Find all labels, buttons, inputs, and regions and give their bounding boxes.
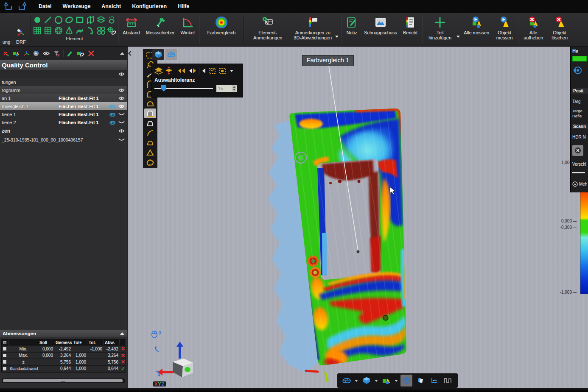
tracker-icon[interactable]: [572, 65, 582, 75]
menu-konfigurieren[interactable]: Konfigurieren: [126, 3, 172, 9]
link-features-icon[interactable]: [76, 50, 84, 57]
tree-row-selected[interactable]: rbvergleich 1 Flächen Best-Fit 1: [0, 102, 127, 110]
dimensions-hscrollbar[interactable]: [2, 378, 125, 383]
anmerkungen-3d-button[interactable]: Anmerkungen zu 3D-Abweichungen: [290, 13, 335, 46]
3d-viewport[interactable]: Auswahltoleranz 15 Farbvergleich 1 1,000…: [128, 47, 588, 392]
more-label[interactable]: Meh: [579, 182, 587, 186]
tree-row[interactable]: [0, 70, 127, 78]
shutter-button[interactable]: [572, 145, 583, 156]
teil-hinzufuegen-button[interactable]: Teil hinzufügen: [423, 13, 456, 46]
tab-mesh-view[interactable]: [165, 49, 177, 60]
visibility-eye-toolbar-icon[interactable]: [42, 50, 50, 56]
menu-werkzeuge[interactable]: Werkzeuge: [57, 3, 96, 9]
alignment-axes-icon[interactable]: [23, 50, 30, 57]
grow-selection-icon[interactable]: [208, 67, 216, 75]
wireframe-box-button[interactable]: [400, 375, 412, 386]
scanner-section[interactable]: Scann: [572, 124, 588, 129]
tree-row[interactable]: rogramm: [0, 86, 127, 94]
schnappschuss-button[interactable]: Schnappschuss: [361, 13, 400, 46]
element-line-icon[interactable]: [44, 16, 52, 24]
rotate-down-icon[interactable]: [155, 370, 161, 377]
shrink-selection-icon[interactable]: [218, 67, 227, 75]
nav-first-icon[interactable]: [177, 67, 186, 74]
menu-datei[interactable]: Datei: [33, 3, 57, 9]
histogram-button[interactable]: [443, 375, 454, 386]
element-anmerkungen-button[interactable]: Element-Anmerkungen: [245, 13, 290, 46]
objekt-messen-button[interactable]: Objekt messen: [492, 13, 517, 46]
undo-icon[interactable]: [3, 1, 14, 11]
shutter-slider[interactable]: [572, 172, 585, 173]
element-cone-icon[interactable]: [65, 26, 73, 35]
element-sphere-icon[interactable]: [54, 26, 63, 35]
tree-collapse-caret[interactable]: [120, 52, 124, 55]
colormap-disc-icon[interactable]: [33, 50, 39, 57]
element-plane-icon[interactable]: [86, 16, 95, 24]
annotation-label[interactable]: Farbvergleich 1: [302, 55, 354, 66]
dimension-row-min[interactable]: Min. 0,000 -2,492 -1,000 -2,492 ✕: [2, 346, 126, 353]
bericht-button[interactable]: Bericht: [400, 13, 420, 46]
section-display-button[interactable]: [429, 375, 440, 386]
element-layers-icon[interactable]: [96, 16, 106, 24]
dimensions-header[interactable]: Abmessungen: [0, 330, 127, 337]
layer-all-icon[interactable]: [154, 67, 163, 75]
orientation-cube[interactable]: [157, 342, 200, 384]
element-circle-icon[interactable]: [54, 16, 63, 24]
tab-cad-view[interactable]: [152, 49, 164, 60]
visibility-closed-icon[interactable]: [118, 112, 125, 117]
nav-left-icon[interactable]: [201, 67, 206, 74]
select-dome-active-icon[interactable]: [144, 108, 156, 118]
tree-row[interactable]: _25-310-1935-101_000_00_1000406157: [0, 136, 127, 144]
element-target-link-icon[interactable]: [106, 26, 117, 35]
select-blob-icon[interactable]: [144, 157, 156, 167]
value-spinner[interactable]: [232, 85, 236, 92]
features-display-caret[interactable]: [395, 380, 398, 382]
mouse-help-icon[interactable]: ?: [151, 331, 161, 338]
alle-messen-button[interactable]: Alle messen: [461, 13, 492, 46]
element-arc-icon[interactable]: [86, 26, 95, 35]
row-checkbox[interactable]: [3, 347, 6, 350]
menu-hilfe[interactable]: Hilfe: [172, 3, 195, 9]
element-circles-icon[interactable]: [96, 26, 106, 35]
tolerance-slider[interactable]: [154, 88, 213, 89]
tree-row[interactable]: zen: [0, 126, 127, 136]
tree-row[interactable]: bene 1 Flächen Best-Fit 1: [0, 110, 127, 118]
delete-item-icon[interactable]: [87, 50, 95, 57]
row-checkbox[interactable]: [3, 354, 6, 357]
element-ellipse-icon[interactable]: [64, 16, 74, 24]
tree-row[interactable]: bene 2 Flächen Best-Fit 1: [0, 118, 127, 126]
plane-display-button[interactable]: [415, 375, 426, 386]
winkel-button[interactable]: Winkel: [178, 13, 198, 46]
tolerance-value-field[interactable]: 15: [216, 85, 237, 92]
select-arch3-icon[interactable]: [144, 99, 156, 108]
select-triangle-icon[interactable]: [144, 147, 156, 157]
dimension-row-max[interactable]: Max. 0,000 3,264 1,000 3,264 ✕: [2, 353, 126, 359]
visibility-eye-icon[interactable]: [118, 72, 125, 77]
features-icon[interactable]: [12, 50, 20, 57]
select-curve-icon[interactable]: [144, 128, 156, 138]
element-grid-icon[interactable]: [33, 26, 42, 35]
nav-prev-icon[interactable]: [188, 67, 197, 74]
element-pointcloud-icon[interactable]: [107, 16, 116, 24]
element-rectangle-icon[interactable]: [76, 16, 84, 24]
mesh-display-caret[interactable]: [355, 380, 358, 382]
row-checkbox[interactable]: [3, 360, 6, 364]
remove-measure-icon[interactable]: [3, 50, 9, 57]
tree-row[interactable]: an 1 Flächen Best-Fit 1: [0, 94, 127, 102]
redo-icon[interactable]: [17, 1, 27, 11]
farbvergleich-button[interactable]: Farbvergleich: [201, 13, 243, 46]
drf-button[interactable]: DRF: [13, 13, 29, 46]
visibility-closed-icon[interactable]: [118, 138, 125, 142]
cad-display-button[interactable]: [361, 375, 372, 386]
visibility-eye-icon[interactable]: [118, 104, 125, 109]
dimensions-collapse-caret[interactable]: [120, 332, 124, 335]
position-section[interactable]: Posit: [572, 88, 588, 94]
element-point-icon[interactable]: [33, 16, 42, 24]
notiz-button[interactable]: Notiz: [342, 13, 361, 46]
teil-hinzufuegen-dropdown-caret[interactable]: [456, 36, 460, 38]
row-checkbox[interactable]: [3, 367, 6, 370]
slider-handle[interactable]: [161, 85, 166, 92]
abstand-button[interactable]: Abstand: [120, 13, 143, 46]
layer-split-icon[interactable]: [165, 67, 173, 75]
panel-dropdown-caret[interactable]: [230, 70, 233, 72]
select-dome-icon[interactable]: [144, 118, 156, 128]
